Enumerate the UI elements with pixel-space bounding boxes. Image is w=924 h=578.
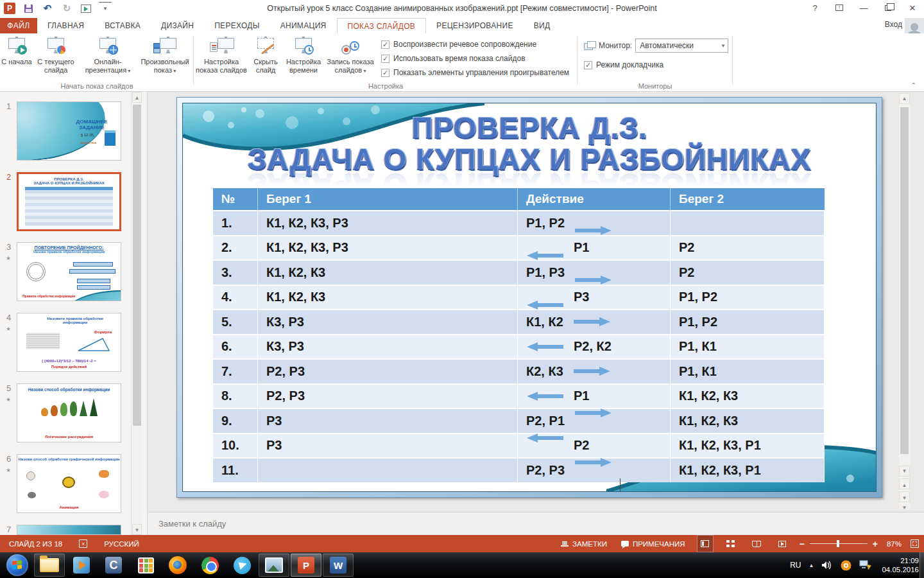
table-cell[interactable]: 8. bbox=[213, 383, 258, 408]
table-row[interactable]: 2.К1, К2, К3, Р3Р1Р2 bbox=[213, 235, 825, 260]
slide-thumbnail-2[interactable]: ПРОВЕРКА Д.З.ЗАДАЧА О КУПЦАХ И РАЗБОЙНИК… bbox=[17, 172, 121, 231]
table-cell[interactable]: К1, К2, К3, Р3 bbox=[258, 210, 518, 235]
zoom-out-button[interactable]: − bbox=[800, 539, 805, 549]
tab-1[interactable]: ВСТАВКА bbox=[94, 18, 151, 33]
normal-view-button[interactable] bbox=[697, 535, 714, 552]
scroll-down-arrow[interactable]: ▼ bbox=[132, 524, 142, 535]
table-cell[interactable] bbox=[258, 457, 518, 482]
table-cell[interactable]: 2. bbox=[213, 235, 258, 260]
table-row[interactable]: 1.К1, К2, К3, Р3Р1, Р2 bbox=[213, 210, 825, 235]
table-cell[interactable]: К3, Р3 bbox=[258, 334, 518, 359]
table-row[interactable]: 6.К3, Р3Р2, К2Р1, К1 bbox=[213, 334, 825, 359]
slide-thumbnail-5[interactable]: Назови способ обработки информацииЛогиче… bbox=[17, 383, 121, 442]
table-cell[interactable]: К1, К2, К3, Р1 bbox=[671, 457, 825, 482]
table-cell[interactable]: Р1, К1 bbox=[671, 334, 825, 359]
table-cell[interactable]: 11. bbox=[213, 457, 258, 482]
previous-slide-button[interactable]: ▲▲ bbox=[899, 478, 910, 489]
table-action-cell[interactable]: Р1, Р3 bbox=[518, 259, 671, 285]
table-action-cell[interactable]: Р1 bbox=[518, 235, 671, 260]
zoom-slider-thumb[interactable] bbox=[837, 540, 839, 547]
slide-thumbnail-7[interactable] bbox=[17, 525, 121, 535]
checkbox-use-timings[interactable]: ✓ Использовать время показа слайдов bbox=[381, 51, 569, 66]
word[interactable]: W bbox=[323, 554, 354, 577]
table-row[interactable]: 11.Р2, Р3К1, К2, К3, Р1 bbox=[213, 457, 825, 482]
zoom-slider[interactable] bbox=[810, 543, 868, 545]
table-cell[interactable]: Р1, К1 bbox=[671, 358, 825, 383]
chrome[interactable] bbox=[194, 554, 225, 577]
language-indicator[interactable]: РУССКИЙ bbox=[104, 540, 139, 548]
table-cell[interactable]: К1, К2, К3 bbox=[258, 285, 518, 310]
telegram[interactable] bbox=[227, 554, 257, 577]
from-current-slide-button[interactable]: С текущего слайда bbox=[33, 35, 78, 81]
table-cell[interactable]: 4. bbox=[213, 285, 258, 310]
reading-view-button[interactable] bbox=[748, 535, 765, 552]
account-avatar[interactable] bbox=[905, 18, 924, 33]
photo-viewer[interactable] bbox=[259, 554, 289, 577]
start-button[interactable] bbox=[2, 554, 33, 577]
table-cell[interactable]: 6. bbox=[213, 334, 258, 359]
present-online-button[interactable]: Онлайн-презентация bbox=[78, 35, 137, 81]
table-cell[interactable]: Р1, Р2 bbox=[671, 285, 825, 310]
scrollbar-thumb[interactable] bbox=[133, 105, 141, 426]
table-cell[interactable]: 7. bbox=[213, 358, 258, 383]
table-row[interactable]: 8.Р2, Р3Р1К1, К2, К3 bbox=[213, 383, 825, 408]
record-slideshow-button[interactable]: Запись показа слайдов bbox=[325, 35, 376, 81]
tray-expand-icon[interactable]: ▲ bbox=[809, 563, 814, 568]
table-cell[interactable]: К1, К2, К3 bbox=[258, 259, 518, 285]
table-cell[interactable]: Р3 bbox=[258, 433, 518, 458]
table-cell[interactable]: Р2, Р3 bbox=[258, 358, 518, 383]
table-cell[interactable]: К1, К2, К3 bbox=[671, 383, 825, 408]
restore-button[interactable] bbox=[880, 1, 896, 14]
zoom-level[interactable]: 87% bbox=[887, 540, 902, 548]
slide-thumbnail-4[interactable]: Назовите правила обработки информацииФор… bbox=[17, 313, 121, 372]
comments-toggle-button[interactable]: ПРИМЕЧАНИЯ bbox=[619, 535, 688, 552]
slide-title[interactable]: ПРОВЕРКА Д.З. ЗАДАЧА О КУПЦАХ И РАЗБОЙНИ… bbox=[183, 112, 876, 201]
zoom-in-button[interactable]: + bbox=[873, 539, 878, 549]
table-cell[interactable]: 10. bbox=[213, 433, 258, 458]
checkbox-show-media-controls[interactable]: ✓ Показать элементы управления проигрыва… bbox=[381, 66, 569, 80]
table-cell[interactable]: 9. bbox=[213, 408, 258, 433]
table-action-cell[interactable]: Р2 bbox=[518, 433, 671, 458]
table-action-cell[interactable]: Р2, Р3 bbox=[518, 457, 671, 482]
tab-0[interactable]: ГЛАВНАЯ bbox=[37, 18, 94, 33]
language-tray-indicator[interactable]: RU bbox=[790, 561, 801, 570]
table-action-cell[interactable]: Р1 bbox=[518, 383, 671, 408]
checkbox-play-narrations[interactable]: ✓ Воспроизвести речевое сопровождение bbox=[381, 37, 569, 51]
spellcheck-icon[interactable]: x bbox=[79, 539, 87, 548]
table-cell[interactable]: Р2, Р3 bbox=[258, 383, 518, 408]
scroll-down-arrow[interactable]: ▼ bbox=[899, 466, 910, 477]
tab-3[interactable]: ПЕРЕХОДЫ bbox=[204, 18, 270, 33]
scroll-up-arrow[interactable]: ▲ bbox=[899, 93, 910, 104]
editor-scrollbar[interactable]: ▲ ▼ ▲▲ ▼▼ bbox=[899, 93, 910, 509]
fit-to-window-button[interactable] bbox=[911, 539, 919, 548]
tab-4[interactable]: АНИМАЦИЯ bbox=[270, 18, 337, 33]
tab-2[interactable]: ДИЗАЙН bbox=[151, 18, 204, 33]
scroll-up-arrow[interactable]: ▲ bbox=[132, 92, 142, 103]
from-beginning-button[interactable]: С начала bbox=[0, 35, 33, 81]
help-button[interactable]: ? bbox=[807, 1, 823, 14]
grid-app[interactable] bbox=[130, 554, 161, 577]
tab-7[interactable]: ВИД bbox=[524, 18, 561, 33]
checkbox-presenter-view[interactable]: ✓ Режим докладчика bbox=[584, 58, 733, 72]
thumbnail-scrollbar[interactable]: ▲ ▼ bbox=[131, 92, 142, 535]
tab-6[interactable]: РЕЦЕНЗИРОВАНИЕ bbox=[426, 18, 524, 33]
slide-canvas[interactable]: ПРОВЕРКА Д.З. ЗАДАЧА О КУПЦАХ И РАЗБОЙНИ… bbox=[176, 97, 882, 498]
table-cell[interactable]: К3, Р3 bbox=[258, 309, 518, 334]
volume-icon[interactable] bbox=[821, 560, 833, 570]
rehearse-timings-button[interactable]: Настройка времени bbox=[282, 35, 325, 81]
antivirus-tray-icon[interactable] bbox=[841, 560, 851, 571]
blue-c-app[interactable]: C bbox=[98, 554, 129, 577]
file-explorer[interactable] bbox=[34, 554, 65, 577]
sign-in-link[interactable]: Вход bbox=[885, 20, 902, 29]
custom-slideshow-button[interactable]: Произвольный показ bbox=[137, 35, 193, 81]
next-slide-button[interactable]: ▼▼ bbox=[899, 491, 910, 502]
table-action-cell[interactable]: Р2, К2 bbox=[518, 334, 671, 359]
ribbon-display-options-button[interactable]: ↑ bbox=[832, 1, 847, 14]
media-player[interactable] bbox=[66, 554, 97, 577]
hide-slide-button[interactable]: Скрыть слайд bbox=[249, 35, 282, 81]
table-cell[interactable]: К1, К2, К3 bbox=[671, 408, 825, 433]
notes-pane[interactable]: Заметки к слайду bbox=[148, 512, 924, 535]
firefox[interactable] bbox=[162, 554, 193, 577]
table-action-cell[interactable]: Р2, Р1 bbox=[518, 408, 671, 433]
table-row[interactable]: 9.Р3Р2, Р1К1, К2, К3 bbox=[213, 408, 825, 433]
